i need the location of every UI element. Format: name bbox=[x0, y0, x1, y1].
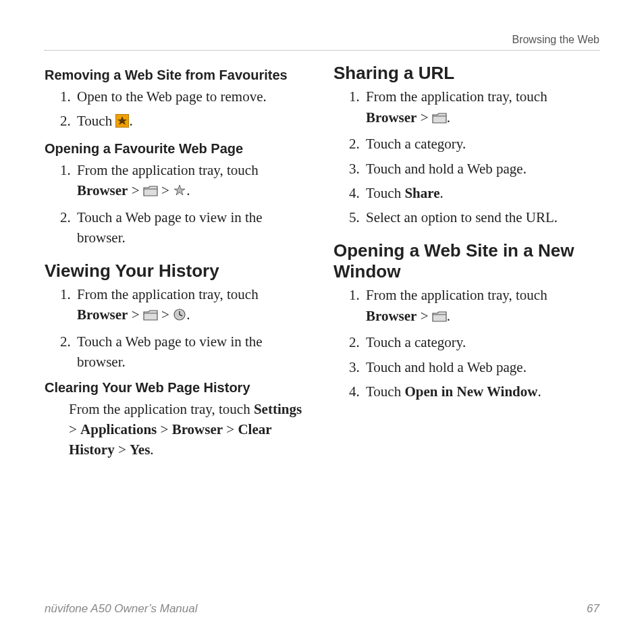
list-item: Touch a category. bbox=[363, 134, 599, 154]
list-item: From the application tray, touch Browser… bbox=[363, 285, 599, 328]
page-header: Browsing the Web bbox=[45, 34, 599, 51]
steps-viewing-history: From the application tray, touch Browser… bbox=[45, 284, 311, 373]
heading-viewing-history: Viewing Your History bbox=[45, 261, 311, 281]
clock-icon bbox=[173, 306, 186, 327]
list-item: From the application tray, touch Browser… bbox=[74, 160, 311, 203]
left-column: Removing a Web Site from Favourites Open… bbox=[45, 63, 311, 467]
manual-page: Browsing the Web Removing a Web Site fro… bbox=[0, 0, 644, 644]
heading-clearing-history: Clearing Your Web Page History bbox=[45, 379, 311, 396]
list-item: Touch a Web page to view in the browser. bbox=[74, 331, 311, 373]
star-grey-icon bbox=[173, 182, 186, 203]
list-item: From the application tray, touch Browser… bbox=[363, 86, 599, 130]
list-item: Select an option to send the URL. bbox=[363, 207, 599, 227]
list-item: Touch a category. bbox=[363, 332, 599, 352]
folder-icon bbox=[143, 182, 158, 203]
steps-opening-favourite: From the application tray, touch Browser… bbox=[45, 160, 311, 248]
list-item: Touch a Web page to view in the browser. bbox=[74, 207, 311, 248]
content-columns: Removing a Web Site from Favourites Open… bbox=[45, 63, 599, 467]
folder-icon bbox=[432, 308, 447, 328]
list-item: From the application tray, touch Browser… bbox=[74, 284, 311, 327]
clearing-history-text: From the application tray, touch Setting… bbox=[69, 399, 311, 460]
footer-page-number: 67 bbox=[587, 602, 599, 616]
list-item: Touch Open in New Window. bbox=[363, 381, 599, 402]
steps-sharing-url: From the application tray, touch Browser… bbox=[333, 86, 599, 228]
heading-opening-favourite: Opening a Favourite Web Page bbox=[45, 140, 311, 157]
heading-removing-favourite: Removing a Web Site from Favourites bbox=[45, 67, 311, 84]
list-item: Touch and hold a Web page. bbox=[363, 357, 599, 377]
section-title: Browsing the Web bbox=[512, 34, 599, 45]
list-item: Touch Share. bbox=[363, 183, 599, 203]
page-footer: nüvifone A50 Owner’s Manual 67 bbox=[45, 602, 599, 616]
steps-new-window: From the application tray, touch Browser… bbox=[333, 285, 599, 402]
list-item: Touch . bbox=[74, 111, 311, 133]
list-item: Open to the Web page to remove. bbox=[74, 86, 311, 107]
star-box-icon bbox=[115, 113, 129, 133]
right-column: Sharing a URL From the application tray,… bbox=[333, 63, 599, 467]
list-item: Touch and hold a Web page. bbox=[363, 159, 599, 179]
heading-sharing-url: Sharing a URL bbox=[333, 63, 599, 84]
footer-book-title: nüvifone A50 Owner’s Manual bbox=[45, 602, 198, 616]
folder-icon bbox=[432, 109, 447, 130]
heading-new-window: Opening a Web Site in a New Window bbox=[333, 240, 599, 282]
folder-icon bbox=[143, 306, 158, 327]
steps-removing-favourite: Open to the Web page to remove. Touch . bbox=[45, 86, 311, 134]
